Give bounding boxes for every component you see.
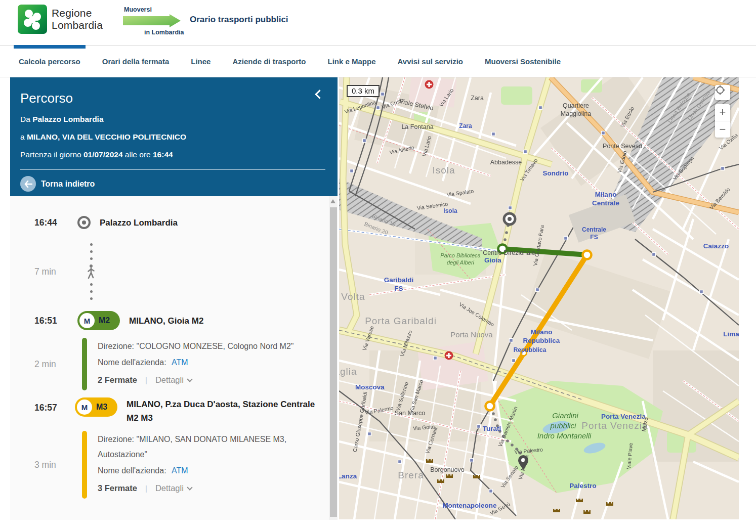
route-departure: Partenza il giorno 01/07/2024 alle ore 1… [20, 150, 326, 159]
stop-name: MILANO, P.za Duca D'aosta, Stazione Cent… [127, 397, 329, 425]
details-toggle[interactable]: Dettagli [155, 371, 192, 389]
leg-color-bar [82, 338, 87, 390]
station-square-icon [602, 131, 605, 135]
route-to: a MILANO, VIA DEL VECCHIO POLITECNICO [20, 132, 326, 142]
map-label: Zara [471, 95, 484, 102]
route-stop-turati-marker[interactable] [486, 402, 494, 411]
map-label: Quartiere [563, 102, 589, 109]
panel-scrollbar[interactable] [329, 196, 338, 520]
station-square-icon [536, 288, 539, 292]
zoom-in-button[interactable]: + [715, 104, 730, 121]
transit-leg: 3 minDirezione: "MILANO, SAN DONATO MILA… [34, 431, 329, 499]
main-nav: Calcola percorsoOrari della fermataLinee… [0, 45, 756, 77]
agency-link[interactable]: ATM [172, 466, 188, 475]
map-canvas[interactable]: Via LepontinaViale StelvioVia CusioLa Fo… [339, 77, 739, 519]
logo-wordmark: Regione Lombardia [52, 7, 103, 31]
route-stop-centrale-marker[interactable] [583, 251, 592, 259]
castle-poi-icon [473, 475, 480, 478]
leg-color-bar [82, 431, 87, 499]
nav-tab-6[interactable]: Muoversi Sostenibile [484, 57, 562, 66]
walk-dots-icon [90, 239, 93, 264]
leg-duration: 2 min [34, 338, 82, 390]
map-label: Milano [531, 328, 553, 336]
station-square-icon [381, 93, 385, 96]
walk-leg: 7 min [34, 234, 329, 309]
map-label: Centrale [592, 199, 620, 207]
castle-poi-icon [437, 479, 444, 483]
muoversi-arrow-icon [123, 14, 184, 29]
station-square-icon [492, 132, 495, 136]
station-square-icon [510, 339, 513, 342]
zoom-out-button[interactable]: − [715, 121, 730, 138]
nav-tab-0[interactable]: Calcola percorso [18, 57, 81, 66]
map-label: Garibaldi [384, 276, 414, 284]
geolocate-icon [715, 85, 725, 95]
station-square-icon [489, 490, 493, 493]
station-square-icon [524, 150, 527, 154]
origin-marker[interactable] [504, 213, 515, 225]
map-label: Porta Venezia [601, 413, 646, 420]
nav-tab-2[interactable]: Linee [190, 57, 212, 66]
metro-m-icon: M [79, 313, 95, 328]
back-button[interactable]: Torna indietro [20, 176, 326, 192]
map-label: Sondrio [543, 169, 569, 177]
map-label: degli Alberi [447, 259, 475, 265]
map-drawing: Via LepontinaViale StelvioVia CusioLa Fo… [339, 77, 739, 519]
station-square-icon [470, 459, 474, 462]
agency-link[interactable]: ATM [172, 358, 188, 367]
nav-tab-1[interactable]: Orari della fermata [101, 57, 171, 66]
collapse-panel-icon[interactable] [314, 91, 321, 98]
castle-poi-icon [553, 509, 560, 512]
map-label: Caiazzo [703, 242, 729, 250]
map-label: Lima [723, 330, 739, 338]
itinerary-timeline: 16:44Palazzo Lombardia7 min16:51MM2MILAN… [10, 196, 329, 506]
nav-tab-4[interactable]: Link e Mappe [326, 57, 376, 66]
station-square-icon [539, 106, 542, 110]
map-label: Palestro [569, 482, 596, 490]
map-label: Borgonuovo [430, 466, 464, 473]
geolocate-button[interactable] [715, 85, 730, 100]
station-square-icon [398, 460, 402, 464]
details-toggle[interactable]: Dettagli [155, 479, 192, 498]
metro-m-icon: M [77, 400, 92, 415]
nav-tab-5[interactable]: Avvisi sul servizio [397, 57, 465, 66]
stop-time: 16:51 [34, 316, 77, 326]
muoversi-logo: Muoversi in Lombardia [123, 4, 186, 38]
leg-direction: Direzione: "COLOGNO MONZESE, Cologno Nor… [98, 339, 293, 354]
station-square-icon [434, 357, 437, 360]
map-label: Volta [341, 291, 365, 302]
metro-line-badge: MM3 [75, 397, 117, 417]
map-label: Indro Montanelli [537, 431, 592, 440]
leg-duration: 3 min [34, 431, 82, 499]
map-label: Porta Nuova [450, 330, 493, 339]
castle-poi-icon [606, 502, 613, 506]
chevron-down-icon [187, 484, 192, 490]
map-label: Porta Venezia [581, 420, 648, 431]
map-label: Giardini [552, 411, 578, 420]
nav-tab-3[interactable]: Aziende di trasporto [231, 57, 307, 66]
station-square-icon [564, 237, 568, 240]
map-label: Isola [443, 207, 457, 214]
page-title: Orario trasporti pubblici [190, 15, 288, 25]
map-label: Centro Direzionale [483, 249, 535, 256]
chevron-down-icon [187, 376, 192, 382]
map-label: Brera [398, 470, 424, 480]
leg-direction: Direzione: "MILANO, SAN DONATO MILANESE … [98, 432, 300, 462]
stop-name: MILANO, Gioia M2 [129, 314, 203, 328]
map-label: Parco Biblioteca [440, 252, 481, 258]
divider [20, 169, 325, 170]
back-arrow-icon[interactable] [20, 176, 36, 192]
itinerary-stop-row: 16:51MM2MILANO, Gioia M2 [34, 309, 329, 332]
divider: | [145, 371, 147, 389]
walk-duration: 7 min [34, 234, 82, 309]
app-header: Regione Lombardia Muoversi in Lombardia … [0, 0, 756, 45]
scrollbar-thumb[interactable] [330, 207, 337, 517]
route-from: Da Palazzo Lombardia [20, 115, 326, 124]
route-panel-header: Percorso Da Palazzo Lombardia a MILANO, … [10, 77, 338, 196]
origin-stop-icon [77, 216, 91, 229]
itinerary-stop-row: 16:57MM3MILANO, P.za Duca D'aosta, Stazi… [34, 397, 329, 425]
map-label: FS [394, 285, 403, 292]
station-square-icon [350, 169, 354, 173]
scrollbar-up-arrow-icon[interactable] [330, 199, 335, 203]
divider: | [145, 479, 147, 498]
